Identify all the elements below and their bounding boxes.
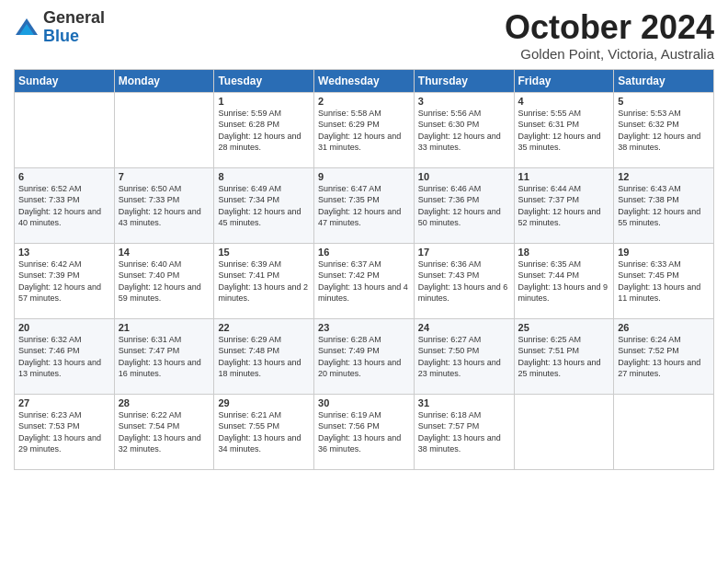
day-info: Sunrise: 6:42 AM Sunset: 7:39 PM Dayligh… bbox=[18, 259, 110, 304]
day-info: Sunrise: 6:52 AM Sunset: 7:33 PM Dayligh… bbox=[18, 183, 110, 229]
col-monday: Monday bbox=[114, 69, 214, 92]
title-block: October 2024 Golden Point, Victoria, Aus… bbox=[505, 9, 714, 62]
day-number: 15 bbox=[218, 247, 310, 258]
day-number: 23 bbox=[318, 322, 410, 333]
day-info: Sunrise: 6:28 AM Sunset: 7:49 PM Dayligh… bbox=[318, 334, 410, 380]
day-cell-2-4: 17Sunrise: 6:36 AM Sunset: 7:43 PM Dayli… bbox=[414, 243, 514, 318]
day-info: Sunrise: 6:32 AM Sunset: 7:46 PM Dayligh… bbox=[18, 334, 110, 380]
header: General Blue October 2024 Golden Point, … bbox=[14, 9, 714, 62]
day-cell-4-0: 27Sunrise: 6:23 AM Sunset: 7:53 PM Dayli… bbox=[15, 394, 115, 469]
day-info: Sunrise: 5:59 AM Sunset: 6:28 PM Dayligh… bbox=[218, 108, 310, 154]
day-info: Sunrise: 6:19 AM Sunset: 7:56 PM Dayligh… bbox=[318, 409, 410, 455]
day-info: Sunrise: 6:23 AM Sunset: 7:53 PM Dayligh… bbox=[18, 409, 110, 455]
day-cell-3-4: 24Sunrise: 6:27 AM Sunset: 7:50 PM Dayli… bbox=[414, 318, 514, 394]
day-number: 8 bbox=[218, 171, 310, 182]
day-number: 17 bbox=[418, 247, 510, 258]
day-cell-1-0: 6Sunrise: 6:52 AM Sunset: 7:33 PM Daylig… bbox=[15, 167, 115, 243]
day-info: Sunrise: 5:58 AM Sunset: 6:29 PM Dayligh… bbox=[318, 108, 410, 154]
day-number: 12 bbox=[618, 171, 710, 182]
day-number: 29 bbox=[218, 397, 310, 408]
day-number: 20 bbox=[18, 322, 110, 333]
day-info: Sunrise: 6:18 AM Sunset: 7:57 PM Dayligh… bbox=[418, 409, 510, 455]
day-cell-1-3: 9Sunrise: 6:47 AM Sunset: 7:35 PM Daylig… bbox=[314, 167, 415, 243]
day-number: 1 bbox=[218, 96, 310, 107]
page: General Blue October 2024 Golden Point, … bbox=[0, 0, 728, 563]
day-number: 3 bbox=[418, 96, 510, 107]
day-info: Sunrise: 6:29 AM Sunset: 7:48 PM Dayligh… bbox=[218, 334, 310, 380]
day-cell-0-2: 1Sunrise: 5:59 AM Sunset: 6:28 PM Daylig… bbox=[214, 92, 314, 167]
col-friday: Friday bbox=[514, 69, 614, 92]
day-cell-3-0: 20Sunrise: 6:32 AM Sunset: 7:46 PM Dayli… bbox=[15, 318, 115, 394]
day-info: Sunrise: 6:47 AM Sunset: 7:35 PM Dayligh… bbox=[318, 183, 410, 229]
day-cell-4-5 bbox=[514, 394, 614, 469]
logo-blue: Blue bbox=[43, 27, 79, 45]
logo: General Blue bbox=[14, 9, 105, 46]
day-info: Sunrise: 6:24 AM Sunset: 7:52 PM Dayligh… bbox=[618, 334, 710, 380]
day-number: 28 bbox=[119, 397, 210, 408]
day-number: 24 bbox=[418, 322, 510, 333]
day-cell-2-6: 19Sunrise: 6:33 AM Sunset: 7:45 PM Dayli… bbox=[614, 243, 714, 318]
week-row-2: 6Sunrise: 6:52 AM Sunset: 7:33 PM Daylig… bbox=[15, 167, 714, 243]
day-info: Sunrise: 5:53 AM Sunset: 6:32 PM Dayligh… bbox=[618, 108, 710, 154]
day-number: 7 bbox=[119, 171, 210, 182]
day-number: 5 bbox=[618, 96, 710, 107]
logo-icon bbox=[14, 15, 40, 40]
logo-text: General Blue bbox=[43, 9, 105, 46]
day-info: Sunrise: 6:40 AM Sunset: 7:40 PM Dayligh… bbox=[119, 259, 210, 304]
day-cell-3-5: 25Sunrise: 6:25 AM Sunset: 7:51 PM Dayli… bbox=[514, 318, 614, 394]
day-cell-1-6: 12Sunrise: 6:43 AM Sunset: 7:38 PM Dayli… bbox=[614, 167, 714, 243]
day-number: 16 bbox=[318, 247, 410, 258]
title-location: Golden Point, Victoria, Australia bbox=[505, 46, 714, 62]
day-cell-4-6 bbox=[614, 394, 714, 469]
day-cell-3-6: 26Sunrise: 6:24 AM Sunset: 7:52 PM Dayli… bbox=[614, 318, 714, 394]
col-sunday: Sunday bbox=[15, 69, 115, 92]
day-cell-2-5: 18Sunrise: 6:35 AM Sunset: 7:44 PM Dayli… bbox=[514, 243, 614, 318]
day-info: Sunrise: 6:46 AM Sunset: 7:36 PM Dayligh… bbox=[418, 183, 510, 229]
day-info: Sunrise: 6:36 AM Sunset: 7:43 PM Dayligh… bbox=[418, 259, 510, 304]
day-cell-0-5: 4Sunrise: 5:55 AM Sunset: 6:31 PM Daylig… bbox=[514, 92, 614, 167]
day-info: Sunrise: 6:27 AM Sunset: 7:50 PM Dayligh… bbox=[418, 334, 510, 380]
week-row-3: 13Sunrise: 6:42 AM Sunset: 7:39 PM Dayli… bbox=[15, 243, 714, 318]
day-info: Sunrise: 6:33 AM Sunset: 7:45 PM Dayligh… bbox=[618, 259, 710, 304]
day-info: Sunrise: 6:22 AM Sunset: 7:54 PM Dayligh… bbox=[119, 409, 210, 455]
day-cell-3-1: 21Sunrise: 6:31 AM Sunset: 7:47 PM Dayli… bbox=[114, 318, 214, 394]
day-cell-4-3: 30Sunrise: 6:19 AM Sunset: 7:56 PM Dayli… bbox=[314, 394, 415, 469]
day-cell-2-0: 13Sunrise: 6:42 AM Sunset: 7:39 PM Dayli… bbox=[15, 243, 115, 318]
col-wednesday: Wednesday bbox=[314, 69, 415, 92]
day-info: Sunrise: 6:37 AM Sunset: 7:42 PM Dayligh… bbox=[318, 259, 410, 304]
day-info: Sunrise: 6:44 AM Sunset: 7:37 PM Dayligh… bbox=[518, 183, 610, 229]
logo-general: General bbox=[43, 8, 105, 27]
day-cell-0-4: 3Sunrise: 5:56 AM Sunset: 6:30 PM Daylig… bbox=[414, 92, 514, 167]
col-tuesday: Tuesday bbox=[214, 69, 314, 92]
day-number: 13 bbox=[18, 247, 110, 258]
day-number: 19 bbox=[618, 247, 710, 258]
day-number: 21 bbox=[119, 322, 210, 333]
day-cell-4-4: 31Sunrise: 6:18 AM Sunset: 7:57 PM Dayli… bbox=[414, 394, 514, 469]
day-number: 11 bbox=[518, 171, 610, 182]
col-saturday: Saturday bbox=[614, 69, 714, 92]
week-row-4: 20Sunrise: 6:32 AM Sunset: 7:46 PM Dayli… bbox=[15, 318, 714, 394]
day-info: Sunrise: 6:31 AM Sunset: 7:47 PM Dayligh… bbox=[119, 334, 210, 380]
day-info: Sunrise: 6:21 AM Sunset: 7:55 PM Dayligh… bbox=[218, 409, 310, 455]
day-cell-0-6: 5Sunrise: 5:53 AM Sunset: 6:32 PM Daylig… bbox=[614, 92, 714, 167]
calendar-body: 1Sunrise: 5:59 AM Sunset: 6:28 PM Daylig… bbox=[15, 92, 714, 469]
day-cell-0-1 bbox=[114, 92, 214, 167]
day-cell-4-1: 28Sunrise: 6:22 AM Sunset: 7:54 PM Dayli… bbox=[114, 394, 214, 469]
day-number: 4 bbox=[518, 96, 610, 107]
day-cell-1-4: 10Sunrise: 6:46 AM Sunset: 7:36 PM Dayli… bbox=[414, 167, 514, 243]
day-number: 18 bbox=[518, 247, 610, 258]
day-info: Sunrise: 6:43 AM Sunset: 7:38 PM Dayligh… bbox=[618, 183, 710, 229]
day-number: 30 bbox=[318, 397, 410, 408]
day-cell-1-1: 7Sunrise: 6:50 AM Sunset: 7:33 PM Daylig… bbox=[114, 167, 214, 243]
day-info: Sunrise: 6:39 AM Sunset: 7:41 PM Dayligh… bbox=[218, 259, 310, 304]
day-number: 10 bbox=[418, 171, 510, 182]
day-cell-4-2: 29Sunrise: 6:21 AM Sunset: 7:55 PM Dayli… bbox=[214, 394, 314, 469]
day-cell-1-5: 11Sunrise: 6:44 AM Sunset: 7:37 PM Dayli… bbox=[514, 167, 614, 243]
day-cell-3-2: 22Sunrise: 6:29 AM Sunset: 7:48 PM Dayli… bbox=[214, 318, 314, 394]
calendar-table: Sunday Monday Tuesday Wednesday Thursday… bbox=[14, 69, 714, 470]
day-number: 9 bbox=[318, 171, 410, 182]
day-cell-0-0 bbox=[15, 92, 115, 167]
day-number: 27 bbox=[18, 397, 110, 408]
day-cell-0-3: 2Sunrise: 5:58 AM Sunset: 6:29 PM Daylig… bbox=[314, 92, 415, 167]
day-info: Sunrise: 5:56 AM Sunset: 6:30 PM Dayligh… bbox=[418, 108, 510, 154]
